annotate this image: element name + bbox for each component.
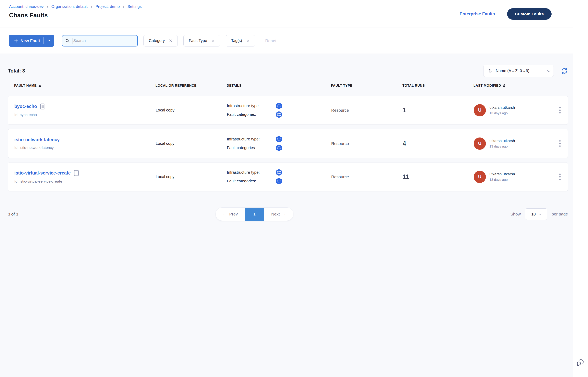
top-bar: Account: chaos-dev › Organization: defau… — [0, 0, 573, 28]
total-runs-value: 11 — [403, 173, 474, 180]
column-header-details: DETAILS — [227, 84, 331, 88]
list-header: Total: 3 Name (A→Z, 0→9) — [8, 65, 568, 77]
chaos-faults-page: Account: chaos-dev › Organization: defau… — [0, 0, 588, 377]
modified-by: utkarsh.utkarsh — [489, 139, 515, 143]
close-icon[interactable] — [211, 39, 215, 42]
sort-dropdown-value: Name (A→Z, 0→9) — [496, 69, 529, 73]
kubernetes-icon — [275, 102, 283, 109]
filter-chip-label: Fault Type — [189, 38, 207, 43]
sort-dropdown[interactable]: Name (A→Z, 0→9) — [483, 65, 554, 77]
fault-name-link[interactable]: byoc-echo — [14, 104, 37, 109]
search-icon — [65, 38, 70, 43]
total-count: Total: 3 — [8, 68, 25, 74]
page-size-dropdown[interactable]: 10 — [525, 208, 547, 220]
document-icon[interactable] — [74, 170, 79, 176]
kebab-menu-button[interactable] — [552, 140, 568, 147]
avatar: U — [474, 138, 486, 150]
breadcrumb-project[interactable]: Project: demo — [95, 4, 120, 9]
close-icon[interactable] — [169, 39, 172, 42]
search-box[interactable] — [62, 35, 138, 47]
modified-time: 13 days ago — [489, 178, 515, 182]
last-modified-cell: U utkarsh.utkarsh 13 days ago — [474, 104, 552, 117]
filter-chip-tags[interactable]: Tag(s) — [226, 35, 255, 47]
column-header-total-runs: TOTAL RUNS — [402, 84, 474, 88]
modified-by: utkarsh.utkarsh — [489, 172, 515, 176]
sort-ascending-icon — [39, 85, 41, 87]
reset-button[interactable]: Reset — [265, 38, 276, 43]
table-row: byoc-echo Id: byoc-echo Local copy Infra… — [8, 96, 568, 125]
enterprise-faults-link[interactable]: Enterprise Faults — [460, 12, 495, 17]
close-icon[interactable] — [246, 39, 250, 42]
infrastructure-type-label: Infrastructure type: — [227, 104, 275, 108]
avatar: U — [474, 104, 486, 117]
filter-chip-category[interactable]: Category — [144, 35, 178, 47]
arrow-left-icon: ← — [223, 212, 227, 216]
fault-id: Id: byoc-echo — [14, 113, 156, 117]
filter-chip-label: Category — [149, 38, 165, 43]
last-modified-cell: U utkarsh.utkarsh 13 days ago — [474, 171, 552, 183]
chevron-down-icon — [539, 212, 542, 215]
filter-chip-label: Tag(s) — [231, 38, 242, 43]
header-actions: Enterprise Faults Custom Faults — [460, 0, 552, 28]
avatar: U — [474, 171, 486, 183]
toolbar: New Fault Category Fault Type Tag(s — [0, 28, 573, 54]
column-header-last-modified[interactable]: LAST MODIFIED — [474, 84, 552, 88]
breadcrumb-account[interactable]: Account: chaos-dev — [9, 4, 44, 9]
breadcrumb-separator-icon: › — [123, 5, 124, 9]
page-title: Chaos Faults — [9, 12, 48, 19]
infrastructure-type-label: Infrastructure type: — [227, 137, 275, 141]
fault-name-cell: istio-network-latency Id: istio-network-… — [14, 137, 156, 150]
kubernetes-icon — [275, 169, 283, 176]
details-cell: Infrastructure type: Fault categories: — [227, 101, 331, 119]
fault-name-link[interactable]: istio-virtual-service-create — [14, 170, 71, 176]
table-row: istio-virtual-service-create Id: istio-v… — [8, 162, 568, 191]
table-header-row: FAULT NAME LOCAL OR REFERENCE DETAILS FA… — [8, 82, 568, 89]
fault-name-link[interactable]: istio-network-latency — [14, 137, 60, 142]
pagination-range: 3 of 3 — [8, 212, 18, 216]
sort-both-icon — [503, 84, 505, 88]
prev-page-button[interactable]: ← Prev — [216, 208, 245, 221]
fault-id: Id: istio-virtual-service-create — [14, 179, 156, 184]
page-number-button[interactable]: 1 — [245, 208, 264, 221]
column-header-fault-type: FAULT TYPE — [331, 84, 402, 88]
details-cell: Infrastructure type: Fault categories: — [227, 134, 331, 153]
sort-arrows-icon — [487, 68, 493, 73]
arrow-right-icon: → — [282, 212, 286, 216]
next-page-button[interactable]: Next → — [264, 208, 293, 221]
total-runs-value: 1 — [403, 107, 474, 114]
infrastructure-type-label: Infrastructure type: — [227, 170, 275, 175]
kebab-menu-button[interactable] — [552, 174, 568, 180]
breadcrumb-settings[interactable]: Settings — [127, 4, 142, 9]
refresh-button[interactable] — [561, 67, 568, 74]
document-icon[interactable] — [40, 103, 45, 109]
fault-name-cell: byoc-echo Id: byoc-echo — [14, 103, 156, 117]
modified-by: utkarsh.utkarsh — [489, 105, 515, 110]
filter-chip-fault-type[interactable]: Fault Type — [183, 35, 220, 47]
new-fault-label: New Fault — [19, 38, 44, 43]
right-rail — [573, 0, 588, 377]
main-area: Account: chaos-dev › Organization: defau… — [0, 0, 573, 377]
per-page-label: per page — [552, 212, 568, 216]
local-or-reference-value: Local copy — [156, 175, 227, 179]
refresh-icon — [561, 67, 568, 74]
new-fault-dropdown-button[interactable] — [44, 35, 54, 47]
kubernetes-icon — [275, 136, 283, 143]
details-cell: Infrastructure type: Fault categories: — [227, 167, 331, 186]
search-input[interactable] — [72, 38, 135, 43]
custom-faults-button[interactable]: Custom Faults — [507, 8, 552, 20]
breadcrumb-organization[interactable]: Organization: default — [51, 4, 88, 9]
fault-type-value: Resource — [331, 141, 403, 146]
column-header-fault-name[interactable]: FAULT NAME — [14, 84, 156, 88]
total-runs-value: 4 — [403, 140, 474, 147]
plus-icon — [14, 38, 19, 43]
pagination-bar: 3 of 3 ← Prev 1 Next → Show — [8, 207, 568, 221]
chat-icon[interactable] — [576, 358, 585, 367]
last-modified-cell: U utkarsh.utkarsh 13 days ago — [474, 138, 552, 150]
fault-categories-label: Fault categories: — [227, 112, 275, 117]
chevron-down-icon — [547, 69, 550, 72]
new-fault-button[interactable]: New Fault — [9, 35, 54, 47]
local-or-reference-value: Local copy — [156, 108, 227, 112]
kubernetes-icon — [275, 177, 283, 185]
fault-id: Id: istio-network-latency — [14, 146, 156, 150]
kebab-menu-button[interactable] — [552, 107, 568, 113]
